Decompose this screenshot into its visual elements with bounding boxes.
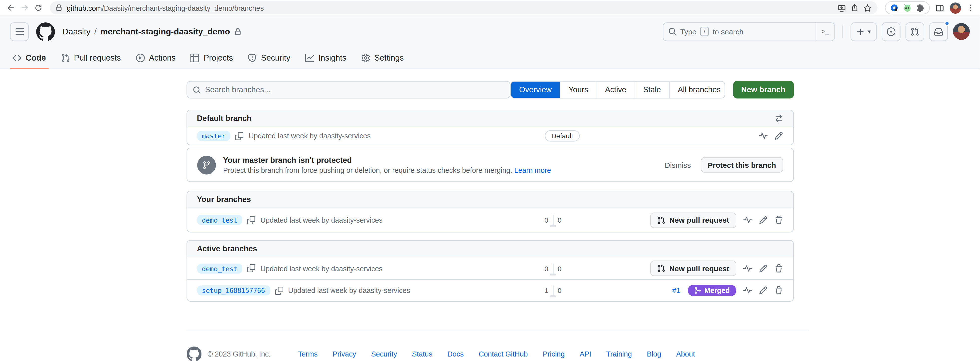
branch-icon-circle xyxy=(197,155,216,174)
notifications-button[interactable] xyxy=(929,22,948,41)
copy-branch-name-button[interactable] xyxy=(275,287,283,294)
footer-link-training[interactable]: Training xyxy=(606,350,632,358)
pencil-icon xyxy=(759,286,767,295)
tab-pull-requests[interactable]: Pull requests xyxy=(53,47,128,69)
browser-reload-button[interactable] xyxy=(31,1,45,15)
copy-branch-name-button[interactable] xyxy=(247,264,256,272)
pencil-icon xyxy=(774,131,783,140)
branch-name-link[interactable]: setup_1688157766 xyxy=(197,285,270,295)
github-logo[interactable] xyxy=(36,22,55,41)
behind-ahead-counts: 1 0 xyxy=(544,285,562,295)
save-page-button[interactable] xyxy=(837,3,846,12)
issues-button[interactable] xyxy=(882,22,900,41)
rename-branch-button[interactable] xyxy=(759,286,767,295)
bookmark-button[interactable] xyxy=(863,3,872,12)
merged-status-pill[interactable]: Merged xyxy=(687,285,736,296)
rename-branch-button[interactable] xyxy=(759,264,767,273)
tab-insights[interactable]: Insights xyxy=(298,47,354,69)
footer-link-security[interactable]: Security xyxy=(371,350,397,358)
branches-page: Overview Yours Active Stale All branches… xyxy=(0,69,980,361)
repo-navigation: Code Pull requests Actions Projects Secu… xyxy=(0,47,980,69)
trash-icon xyxy=(774,286,783,295)
footer-link-terms[interactable]: Terms xyxy=(298,350,318,358)
branch-activity-button[interactable] xyxy=(743,264,752,273)
tab-settings[interactable]: Settings xyxy=(354,47,411,69)
octocat-icon xyxy=(186,347,201,361)
global-menu-button[interactable] xyxy=(10,22,29,41)
branch-updated-text: Updated last week by daasity-services xyxy=(249,132,371,139)
breadcrumb-repo-link[interactable]: merchant-staging-daasity_demo xyxy=(100,27,230,36)
copy-branch-name-button[interactable] xyxy=(235,132,244,140)
breadcrumb-org-link[interactable]: Daasity xyxy=(62,27,91,36)
branch-activity-button[interactable] xyxy=(759,131,767,140)
footer-link-docs[interactable]: Docs xyxy=(447,350,464,358)
create-new-button[interactable] xyxy=(851,22,877,41)
tab-label: Pull requests xyxy=(74,53,121,63)
filter-overview[interactable]: Overview xyxy=(511,82,560,98)
pull-requests-button[interactable] xyxy=(905,22,924,41)
delete-branch-button[interactable] xyxy=(774,286,783,295)
tab-actions[interactable]: Actions xyxy=(128,47,183,69)
browser-forward-button[interactable] xyxy=(18,1,31,15)
extensions-puzzle-icon[interactable] xyxy=(916,3,925,12)
learn-more-link[interactable]: Learn more xyxy=(514,166,551,174)
tab-label: Security xyxy=(261,53,290,63)
active-branches-header: Active branches xyxy=(187,241,793,258)
share-button[interactable] xyxy=(851,4,859,12)
footer-link-about[interactable]: About xyxy=(676,350,695,358)
branch-row: master Updated last week by daasity-serv… xyxy=(187,127,793,145)
github-header: Daasity / merchant-staging-daasity_demo … xyxy=(0,16,980,47)
footer-link-contact[interactable]: Contact GitHub xyxy=(479,350,528,358)
browser-toolbar: github.com/Daasity/merchant-staging-daas… xyxy=(0,0,980,16)
browser-actions xyxy=(882,1,975,14)
footer-github-logo[interactable] xyxy=(186,347,201,361)
copy-icon xyxy=(247,216,256,224)
filter-active[interactable]: Active xyxy=(597,82,635,98)
branch-row: setup_1688157766 Updated last week by da… xyxy=(187,279,793,301)
footer-link-api[interactable]: API xyxy=(580,350,591,358)
address-bar[interactable]: github.com/Daasity/merchant-staging-daas… xyxy=(50,1,877,14)
bot-extension-icon[interactable] xyxy=(903,3,912,12)
protect-branch-button[interactable]: Protect this branch xyxy=(701,157,783,173)
page-footer: © 2023 GitHub, Inc. Terms Privacy Securi… xyxy=(186,330,808,361)
branch-name-link[interactable]: demo_test xyxy=(197,263,242,273)
filter-all-branches[interactable]: All branches xyxy=(669,82,725,98)
branch-activity-button[interactable] xyxy=(743,286,752,295)
global-search-input[interactable]: Type / to search >_ xyxy=(663,22,835,41)
side-panel-icon[interactable] xyxy=(935,3,944,12)
pull-request-number-link[interactable]: #1 xyxy=(672,286,681,295)
tab-code[interactable]: Code xyxy=(5,47,53,69)
footer-link-blog[interactable]: Blog xyxy=(647,350,661,358)
browser-profile-avatar[interactable] xyxy=(950,2,961,13)
dismiss-button[interactable]: Dismiss xyxy=(665,161,691,169)
new-pull-request-button[interactable]: New pull request xyxy=(651,261,736,276)
code-icon xyxy=(13,53,21,62)
filter-stale[interactable]: Stale xyxy=(634,82,669,98)
behind-count: 0 xyxy=(544,264,548,272)
new-branch-button[interactable]: New branch xyxy=(733,81,794,98)
tab-security[interactable]: Security xyxy=(240,47,298,69)
footer-link-status[interactable]: Status xyxy=(412,350,433,358)
command-palette-icon[interactable]: >_ xyxy=(816,23,829,40)
branch-name-link[interactable]: master xyxy=(197,131,231,141)
branch-name-link[interactable]: demo_test xyxy=(197,215,242,225)
your-branches-card: Your branches demo_test Updated last wee… xyxy=(186,191,794,233)
footer-link-pricing[interactable]: Pricing xyxy=(542,350,565,358)
new-pull-request-button[interactable]: New pull request xyxy=(651,212,736,228)
delete-branch-button[interactable] xyxy=(774,264,783,273)
breadcrumb-separator: / xyxy=(94,27,97,36)
tab-projects[interactable]: Projects xyxy=(183,47,240,69)
branch-activity-button[interactable] xyxy=(743,216,752,224)
rename-branch-button[interactable] xyxy=(774,131,783,140)
branch-search-input[interactable] xyxy=(205,86,504,94)
rename-branch-button[interactable] xyxy=(759,216,767,224)
password-manager-extension-icon[interactable] xyxy=(890,3,899,12)
footer-link-privacy[interactable]: Privacy xyxy=(332,350,356,358)
filter-yours[interactable]: Yours xyxy=(560,82,597,98)
browser-back-button[interactable] xyxy=(4,1,18,15)
delete-branch-button[interactable] xyxy=(774,216,783,224)
user-avatar[interactable] xyxy=(953,23,970,40)
copy-branch-name-button[interactable] xyxy=(247,216,256,224)
browser-menu-icon[interactable] xyxy=(967,4,975,12)
branch-updated-text: Updated last week by daasity-services xyxy=(261,264,383,272)
